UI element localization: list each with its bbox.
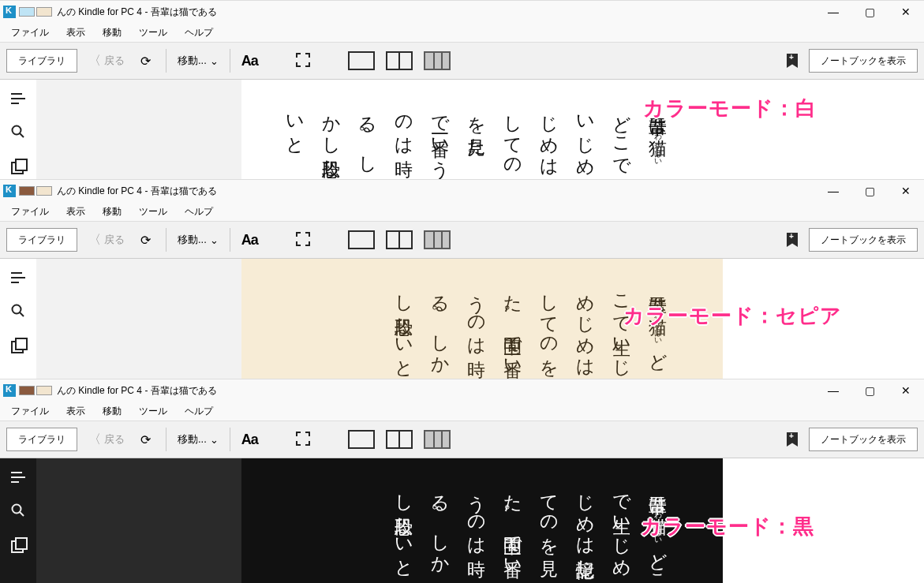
menubar: ファイル表示移動ツールヘルプ xyxy=(0,402,924,420)
layout-double[interactable] xyxy=(386,430,413,449)
book-text: 吾輩は猫わがはいどこで生いじめじめは記憶してのを見た。間中で一番いうのは時る。し… xyxy=(276,103,675,179)
layout-columns-selected[interactable] xyxy=(424,230,451,249)
fullscreen-button[interactable] xyxy=(296,53,310,69)
toc-button[interactable] xyxy=(10,91,26,107)
ruby-wagahai: わがはい xyxy=(653,127,662,162)
toolbar-separator xyxy=(166,428,166,451)
refresh-button[interactable]: ⟳ xyxy=(136,230,155,249)
menu-2[interactable]: 移動 xyxy=(95,403,129,420)
refresh-button[interactable]: ⟳ xyxy=(136,430,155,449)
toolbar-separator xyxy=(166,228,166,252)
toolbar-separator xyxy=(166,49,166,73)
chevron-left-icon: 〈 xyxy=(88,53,101,69)
window-minimize[interactable]: — xyxy=(815,180,851,202)
library-button[interactable]: ライブラリ xyxy=(6,49,77,73)
book-text: 吾輩は猫わがはいどこで生いじめじめは記憶してのを見た。間中で一番いうのは時る。し… xyxy=(385,282,675,379)
window-minimize[interactable]: — xyxy=(815,379,851,402)
toolbar-separator xyxy=(230,228,230,252)
toolbar-separator xyxy=(230,428,230,451)
menubar: ファイル表示移動ツールヘルプ xyxy=(0,23,924,42)
window-maximize[interactable]: ▢ xyxy=(851,1,888,23)
layout-columns-selected[interactable] xyxy=(424,51,451,70)
sidebar xyxy=(0,80,36,179)
font-settings-button[interactable]: Aa xyxy=(241,432,258,448)
layout-double[interactable] xyxy=(386,51,413,70)
window-maximize[interactable]: ▢ xyxy=(851,379,888,402)
move-dropdown[interactable]: 移動... ⌄ xyxy=(178,54,219,68)
title-swatches xyxy=(19,7,54,17)
notebook-button[interactable]: ノートブックを表示 xyxy=(809,428,918,451)
app-icon xyxy=(3,384,16,397)
toc-button[interactable] xyxy=(10,469,26,485)
search-button[interactable] xyxy=(10,503,26,518)
window-minimize[interactable]: — xyxy=(815,1,851,23)
text-col: どこで生 xyxy=(612,103,631,168)
search-button[interactable] xyxy=(10,124,26,140)
font-settings-button[interactable]: Aa xyxy=(241,232,258,249)
titlebar: んの Kindle for PC 4 - 吾輩は猫である — ▢ ✕ xyxy=(0,379,924,402)
notebook-button[interactable]: ノートブックを表示 xyxy=(809,228,918,252)
menubar: ファイル表示移動ツールヘルプ xyxy=(0,202,924,221)
fullscreen-button[interactable] xyxy=(296,232,310,249)
menu-2[interactable]: 移動 xyxy=(95,204,129,220)
flashcards-button[interactable] xyxy=(10,336,26,352)
library-button[interactable]: ライブラリ xyxy=(6,228,77,252)
toolbar: ライブラリ 〈 戻る ⟳ 移動... ⌄ Aa xyxy=(0,221,924,259)
window-title: んの Kindle for PC 4 - 吾輩は猫である xyxy=(57,6,217,19)
move-dropdown[interactable]: 移動... ⌄ xyxy=(178,233,219,247)
menu-0[interactable]: ファイル xyxy=(3,204,57,220)
chevron-down-icon: ⌄ xyxy=(210,434,219,446)
bookmark-button[interactable]: + xyxy=(787,233,798,247)
back-button[interactable]: 〈 戻る xyxy=(88,53,125,69)
menu-1[interactable]: 表示 xyxy=(58,24,93,41)
bookmark-button[interactable]: + xyxy=(787,432,798,447)
layout-single[interactable] xyxy=(348,230,375,249)
search-button[interactable] xyxy=(10,303,26,319)
chevron-left-icon: 〈 xyxy=(88,232,101,249)
layout-single[interactable] xyxy=(348,430,375,449)
window-close[interactable]: ✕ xyxy=(888,379,924,402)
flashcards-button[interactable] xyxy=(10,157,26,173)
library-button[interactable]: ライブラリ xyxy=(6,428,77,451)
back-button[interactable]: 〈 戻る xyxy=(88,432,125,448)
menu-0[interactable]: ファイル xyxy=(3,24,57,41)
notebook-button[interactable]: ノートブックを表示 xyxy=(809,49,918,73)
toolbar-separator xyxy=(230,49,230,73)
app-icon xyxy=(3,6,16,18)
svg-point-2 xyxy=(13,505,21,514)
bookmark-button[interactable]: + xyxy=(787,54,798,68)
menu-1[interactable]: 表示 xyxy=(58,403,93,420)
move-dropdown[interactable]: 移動... ⌄ xyxy=(178,432,219,447)
back-button[interactable]: 〈 戻る xyxy=(88,232,125,249)
menu-2[interactable]: 移動 xyxy=(95,24,129,41)
annotation-black: カラーモード：黒 xyxy=(641,513,814,540)
menu-1[interactable]: 表示 xyxy=(58,204,93,220)
window-title: んの Kindle for PC 4 - 吾輩は猫である xyxy=(57,384,217,398)
window-maximize[interactable]: ▢ xyxy=(851,180,888,202)
refresh-button[interactable]: ⟳ xyxy=(136,51,155,70)
layout-single[interactable] xyxy=(348,51,375,70)
sidebar xyxy=(0,259,36,379)
window-close[interactable]: ✕ xyxy=(888,180,924,202)
menu-4[interactable]: ヘルプ xyxy=(177,403,221,420)
window-close[interactable]: ✕ xyxy=(888,1,924,23)
menu-4[interactable]: ヘルプ xyxy=(177,204,221,220)
window-title: んの Kindle for PC 4 - 吾輩は猫である xyxy=(57,185,217,198)
toolbar: ライブラリ 〈 戻る ⟳ 移動... ⌄ Aa xyxy=(0,42,924,80)
sidebar xyxy=(0,458,36,583)
flashcards-button[interactable] xyxy=(10,536,26,551)
toolbar: ライブラリ 〈 戻る ⟳ 移動... ⌄ Aa xyxy=(0,420,924,458)
menu-4[interactable]: ヘルプ xyxy=(177,24,221,41)
layout-columns-selected[interactable] xyxy=(424,430,451,449)
menu-3[interactable]: ツール xyxy=(131,403,175,420)
title-swatches xyxy=(19,186,54,196)
fullscreen-button[interactable] xyxy=(296,432,310,448)
layout-double[interactable] xyxy=(386,230,413,249)
font-settings-button[interactable]: Aa xyxy=(241,53,258,69)
toc-button[interactable] xyxy=(10,270,26,286)
menu-3[interactable]: ツール xyxy=(131,204,175,220)
menu-3[interactable]: ツール xyxy=(131,24,175,41)
text-col: 間中で一番 xyxy=(503,323,522,347)
menu-0[interactable]: ファイル xyxy=(3,403,57,420)
chevron-left-icon: 〈 xyxy=(88,432,101,448)
